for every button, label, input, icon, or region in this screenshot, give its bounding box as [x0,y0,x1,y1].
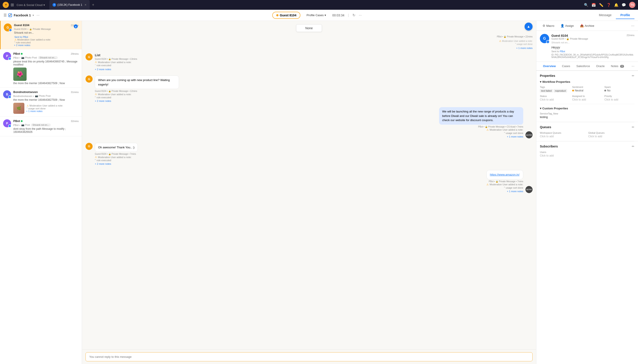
msg-content-3: Oh awesome! Thank You.. :) Guest 8104 • … [95,143,138,166]
right-panel: ⚙ Macro 👤 Assign 📥 Archive ··· G f [536,21,638,364]
more-notes-3[interactable]: + 2 more notes [95,162,111,165]
bondnot-platform-icon: f [8,96,11,98]
list-note-1: ⚠ Moderation User added a note: [95,61,137,64]
more-notes-link-1[interactable]: + 2 more notes [14,44,79,46]
chat-input-area [82,350,536,364]
collapse-arrow[interactable]: ▾ [540,80,541,84]
bondnot-more-notes[interactable]: + 1 more notes [26,110,79,112]
msg-row-4: https://www.amazon.in/ PBot • 🔒 Private … [86,170,532,193]
profile-assignee: Shivank not en... [551,41,634,44]
conv-item-header-4: PBot 32mins [13,119,79,123]
prop-assigned: Assigned to Click to add [572,95,602,101]
conversation-item-3[interactable]: B f Bondnotnotseven 31mins Bondnotnotsev… [0,88,82,117]
conv-content-2: PBot 29mins PBot • 📷 Photo Post Shivank … [13,52,79,81]
chat-input-field [86,352,532,361]
header-left: ☰ ✓ Facebook 1 ▾ ··· [4,13,40,17]
macro-button[interactable]: ⚙ Macro [540,22,557,29]
more-notes-1[interactable]: + 2 more notes [95,100,111,102]
note-1a: ⚠ Moderation User added a note: [95,93,179,96]
tab-profile[interactable]: Profile [616,12,634,19]
more-notes-2[interactable]: + 1 more notes [507,135,523,138]
more-notes-4[interactable]: + 1 more notes [507,190,523,193]
calendar-icon[interactable]: 📅 [591,3,596,7]
custom-collapse-arrow[interactable]: ▾ [540,107,541,110]
msg-avatar-1: G [86,76,93,82]
conv-caption-2: the more the merrier 1604643827509 ; Now [13,82,79,85]
rp-tab-oracle[interactable]: Oracle [593,62,608,71]
action-bar: ⚙ Macro 👤 Assign 📥 Archive ··· [536,21,638,31]
global-queues-value[interactable]: Click to add [588,135,635,138]
status-value[interactable]: Click to add [540,98,570,101]
chat-icon[interactable]: 💬 [621,3,626,7]
action-bar-more-icon[interactable]: ··· [631,24,634,28]
header-center: Guest 8104 Profile Cases ▾ 00:03:34 | ↻ … [41,12,592,19]
sidebar-toggle-icon[interactable]: ☰ [4,13,7,17]
archive-icon: 📥 [580,24,584,28]
queues-grid: Workspace Queues Click to add Global Que… [540,132,634,138]
amazon-link[interactable]: https://www.amazon.in/ [490,173,519,176]
conversation-item-1[interactable]: G f Guest 8104 22mins Guest 8104 • 🔒 Pri… [0,21,82,49]
scroll-up-button[interactable]: ▲ [524,22,532,30]
service-tag-value: testing [540,116,634,119]
user-avatar[interactable]: TS [629,2,635,8]
list-item-label: List [95,53,137,57]
sentiment-value: Neutral [572,89,602,92]
conv-item-name-3: Bondnotnotseven [13,90,38,94]
tab-message[interactable]: Message [594,12,616,19]
profile-cases-button[interactable]: Profile Cases ▾ [304,12,329,18]
rp-tab-overview[interactable]: Overview [540,62,559,71]
note-3a: ⚠ Moderation User added a note: [95,156,138,158]
assign-button[interactable]: 👤 Assign [558,22,576,29]
prev-msg-meta: PBot • 🔒 Private Message • 22mins [86,36,532,38]
profile-sent-to: Sent to PBot [551,50,634,53]
rp-content: Properties ✏ ▾ Workflow Properties Tags … [536,71,638,364]
prop-tags: Tags text failed noproduct [540,86,570,92]
rp-tab-salesforce[interactable]: Salesforce [573,62,593,71]
subscribers-title: Subscribers [540,144,558,148]
users-label: Users [540,151,634,154]
tab-close-button[interactable]: ✕ [84,3,87,6]
inbox-more-button[interactable]: ··· [37,13,40,17]
facebook-checkbox[interactable]: ✓ [9,14,12,17]
notification-bell-icon[interactable]: 🔔 [614,3,618,7]
conv-avatar-2: P f [3,52,11,60]
add-tab-button[interactable]: + [90,3,96,7]
prev-mod-note: ⚠ Moderation User added a note: [86,40,532,42]
edit-icon[interactable]: ✏️ [599,3,603,7]
users-value[interactable]: Click to add [540,154,634,157]
header-more-icon[interactable]: ··· [359,13,362,17]
tab-facebook[interactable]: f (158.2K) Facebook 1 ✕ [50,0,90,10]
none-button[interactable]: None [296,24,322,32]
search-icon[interactable]: 🔍 [584,3,588,7]
conv-preview-2: please treat this on priority 1604643993… [13,60,79,66]
right-panel-tabs: Message Profile [594,12,634,19]
rp-tabs-more-icon[interactable]: ··· [631,64,634,68]
subscribers-edit-icon[interactable]: ✏ [632,144,634,148]
rp-tab-cases[interactable]: Cases [559,62,573,71]
conv-item-row-2: P f PBot 29mins PBot • 📷 Photo Post Shiv… [3,52,79,81]
msg-bubble-4: https://www.amazon.in/ [486,170,523,179]
spam-label: Spam [604,86,634,88]
conv-preview-3: the more the merrier 1604643827509 ; Now [13,98,79,102]
workspace-queues-value[interactable]: Click to add [540,135,586,138]
queues-edit-icon[interactable]: ✏ [632,125,634,129]
assigned-value[interactable]: Click to add [572,98,602,101]
refresh-icon[interactable]: ↻ [352,13,355,17]
conversation-item-2[interactable]: P f PBot 29mins PBot • 📷 Photo Post Shiv… [0,49,82,88]
prop-priority: Priority Click to add [604,95,634,101]
rp-tab-notes[interactable]: Notes 3 [608,62,627,71]
msg-meta-1: Guest 8104 • 🔒 Private Message • 12mins [95,90,179,92]
conv-item-preview-1: Shivank not en... [14,31,79,34]
grid-icon[interactable]: ⊞ [11,2,14,7]
bondnot-thumb: 🌿 [13,103,24,114]
prop-global-queues: Global Queues Click to add [588,132,635,138]
archive-button[interactable]: 📥 Archive [577,22,597,29]
priority-value[interactable]: Click to add [604,98,634,101]
properties-edit-icon[interactable]: ✏ [632,74,634,78]
workspace-queues-label: Workspace Queues [540,132,586,134]
inbox-chevron-icon[interactable]: ▾ [33,14,34,17]
assign-icon: 👤 [560,24,564,28]
conversation-item-4[interactable]: P f PBot 32mins PBot • 📷 Post Shivank no… [0,117,82,136]
help-icon[interactable]: ❓ [606,3,611,7]
conv-note-mod: ⚠ Moderation User added a note: [14,38,79,41]
